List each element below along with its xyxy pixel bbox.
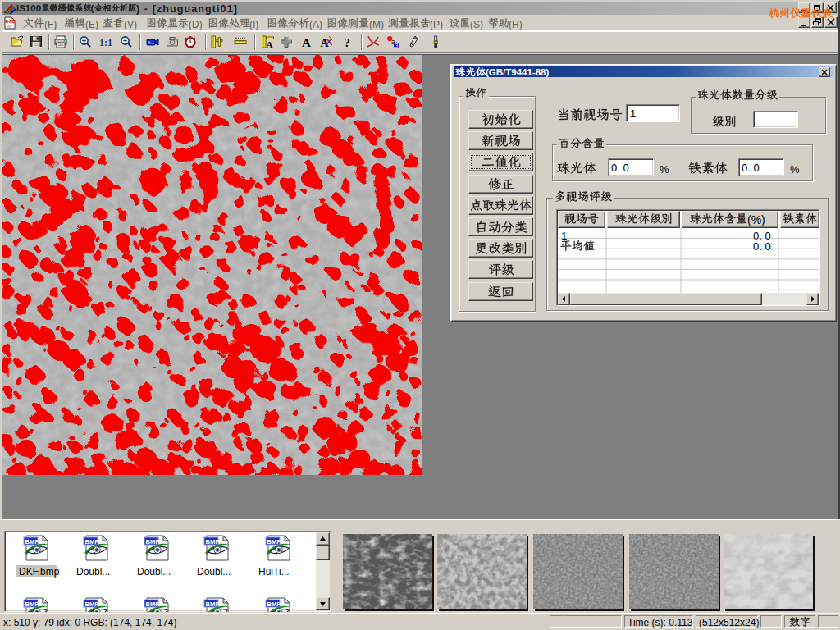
svg-text:3: 3: [395, 43, 399, 48]
svg-text:BMP: BMP: [85, 600, 99, 608]
svg-text:BMP: BMP: [146, 600, 160, 608]
svg-text:A: A: [302, 36, 311, 48]
svg-text:BMP: BMP: [146, 538, 160, 546]
svg-text:BMP: BMP: [267, 538, 281, 546]
svg-text:BMP: BMP: [267, 600, 281, 608]
svg-text:BMP: BMP: [25, 600, 39, 608]
svg-text:DOC: DOC: [6, 19, 16, 24]
svg-text:1:1: 1:1: [99, 37, 112, 48]
svg-text:BMP: BMP: [25, 538, 39, 546]
svg-text:BMP: BMP: [206, 538, 220, 546]
svg-text:BMP: BMP: [206, 600, 220, 608]
svg-text:?: ?: [345, 36, 351, 49]
svg-text:BMP: BMP: [85, 538, 99, 546]
svg-text:A: A: [267, 39, 273, 49]
